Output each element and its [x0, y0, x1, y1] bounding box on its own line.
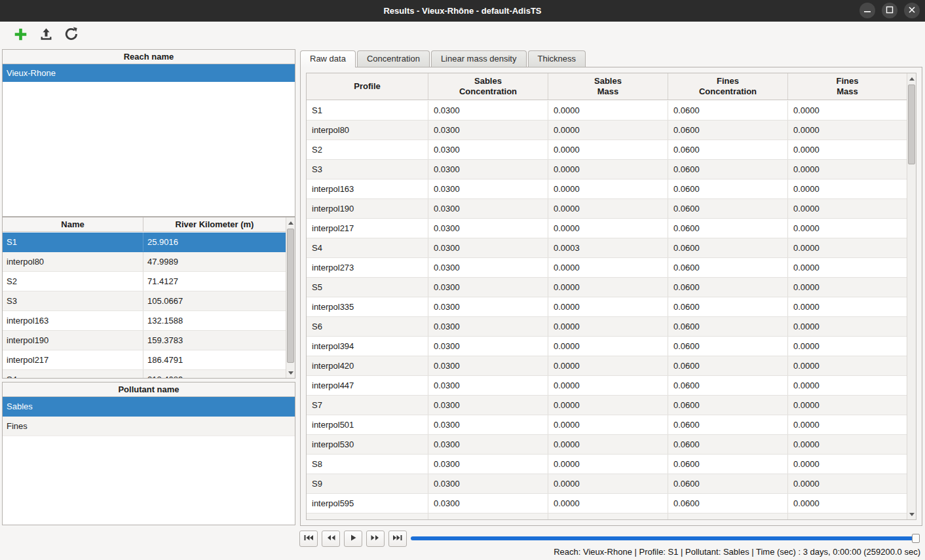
table-row[interactable]: S60.03000.00000.06000.0000: [307, 317, 907, 337]
table-cell[interactable]: 0.0600: [668, 179, 788, 198]
table-cell[interactable]: 0.0300: [428, 494, 548, 513]
table-cell[interactable]: interpol530: [307, 435, 428, 454]
tab-concentration[interactable]: Concentration: [357, 50, 430, 67]
table-cell[interactable]: interpol163: [307, 179, 428, 198]
table-cell[interactable]: S4: [307, 238, 428, 257]
table-cell[interactable]: 0.0300: [428, 415, 548, 434]
table-cell[interactable]: 0.0600: [668, 317, 788, 336]
table-cell[interactable]: 0.0000: [788, 258, 907, 277]
profile-row[interactable]: S3105.0667: [3, 291, 286, 311]
tab-linear-mass-density[interactable]: Linear mass density: [431, 50, 527, 67]
table-cell[interactable]: 0.0000: [788, 219, 907, 238]
table-cell[interactable]: S7: [307, 396, 428, 415]
profile-km-header[interactable]: River Kilometer (m): [143, 217, 286, 231]
profile-name-cell[interactable]: interpol163: [3, 311, 143, 330]
table-row[interactable]: interpol5300.03000.00000.06000.0000: [307, 435, 907, 455]
table-cell[interactable]: 0.0000: [788, 513, 907, 519]
profile-km-cell[interactable]: 213.4089: [143, 370, 286, 378]
table-cell[interactable]: 0.0000: [548, 121, 668, 140]
table-cell[interactable]: 0.0300: [428, 474, 548, 493]
table-cell[interactable]: 0.0600: [668, 396, 788, 415]
table-cell[interactable]: 0.0000: [548, 140, 668, 159]
table-row[interactable]: interpol1630.03000.00000.06000.0000: [307, 179, 907, 199]
table-cell[interactable]: 0.0600: [668, 455, 788, 474]
table-cell[interactable]: 0.0600: [668, 494, 788, 513]
table-cell[interactable]: 0.0600: [668, 513, 788, 519]
table-cell[interactable]: interpol447: [307, 376, 428, 395]
table-cell[interactable]: 0.0000: [788, 435, 907, 454]
profile-km-cell[interactable]: 159.3783: [143, 331, 286, 350]
table-cell[interactable]: 0.0300: [428, 179, 548, 198]
table-cell[interactable]: 0.0300: [428, 101, 548, 120]
table-cell[interactable]: 0.0600: [668, 337, 788, 356]
table-row[interactable]: interpol5950.03000.00000.06000.0000: [307, 494, 907, 513]
profile-name-header[interactable]: Name: [3, 217, 143, 231]
table-cell[interactable]: 0.0600: [668, 376, 788, 395]
table-cell[interactable]: 0.0000: [548, 396, 668, 415]
table-row[interactable]: interpol1900.03000.00000.06000.0000: [307, 199, 907, 219]
table-cell[interactable]: 0.0600: [668, 121, 788, 140]
profile-name-cell[interactable]: S2: [3, 272, 143, 291]
table-cell[interactable]: interpol80: [307, 121, 428, 140]
table-cell[interactable]: 0.0000: [548, 179, 668, 198]
table-row[interactable]: interpol2170.03000.00000.06000.0000: [307, 219, 907, 238]
table-cell[interactable]: 0.0600: [668, 101, 788, 120]
table-row[interactable]: S30.03000.00000.06000.0000: [307, 160, 907, 179]
profile-km-cell[interactable]: 186.4791: [143, 350, 286, 369]
profile-name-cell[interactable]: interpol217: [3, 350, 143, 369]
table-row[interactable]: S70.03000.00000.06000.0000: [307, 396, 907, 415]
column-header-fines-concentration[interactable]: Fines Concentration: [668, 73, 788, 100]
profile-row[interactable]: interpol190159.3783: [3, 331, 286, 350]
table-cell[interactable]: 0.0300: [428, 435, 548, 454]
table-cell[interactable]: 0.0000: [788, 455, 907, 474]
table-cell[interactable]: 0.0000: [548, 435, 668, 454]
profile-km-cell[interactable]: 47.9989: [143, 252, 286, 271]
table-cell[interactable]: 0.0000: [788, 356, 907, 375]
profile-km-cell[interactable]: 71.4127: [143, 272, 286, 291]
table-cell[interactable]: 0.0300: [428, 140, 548, 159]
table-cell[interactable]: 0.0000: [548, 297, 668, 316]
table-cell[interactable]: interpol501: [307, 415, 428, 434]
table-row[interactable]: S40.03000.00030.06000.0000: [307, 238, 907, 258]
table-cell[interactable]: 0.0000: [788, 297, 907, 316]
table-cell[interactable]: 0.0300: [428, 121, 548, 140]
table-cell[interactable]: S1: [307, 101, 428, 120]
table-cell[interactable]: interpol217: [307, 219, 428, 238]
table-cell[interactable]: 0.0000: [548, 258, 668, 277]
profile-name-cell[interactable]: S4: [3, 370, 143, 378]
table-cell[interactable]: 0.0600: [668, 199, 788, 218]
table-cell[interactable]: 0.0300: [428, 376, 548, 395]
table-cell[interactable]: 0.0000: [788, 396, 907, 415]
table-row[interactable]: S100.03000.00000.06000.0000: [307, 513, 907, 519]
export-button[interactable]: [37, 27, 54, 44]
table-row[interactable]: interpol5010.03000.00000.06000.0000: [307, 415, 907, 435]
profile-row[interactable]: interpol8047.9989: [3, 252, 286, 272]
table-cell[interactable]: interpol394: [307, 337, 428, 356]
profile-row[interactable]: interpol217186.4791: [3, 350, 286, 370]
table-cell[interactable]: 0.0600: [668, 356, 788, 375]
table-cell[interactable]: 0.0000: [788, 317, 907, 336]
table-cell[interactable]: 0.0300: [428, 297, 548, 316]
profile-row[interactable]: S271.4127: [3, 272, 286, 291]
table-cell[interactable]: 0.0000: [548, 513, 668, 519]
table-cell[interactable]: 0.0600: [668, 258, 788, 277]
table-cell[interactable]: interpol335: [307, 297, 428, 316]
table-cell[interactable]: 0.0300: [428, 278, 548, 297]
scrollbar-thumb[interactable]: [287, 229, 294, 363]
refresh-icon-button[interactable]: [63, 27, 80, 44]
table-cell[interactable]: 0.0300: [428, 396, 548, 415]
profile-km-cell[interactable]: 105.0667: [143, 291, 286, 310]
scroll-down-icon[interactable]: [907, 510, 916, 519]
table-row[interactable]: interpol4200.03000.00000.06000.0000: [307, 356, 907, 376]
table-cell[interactable]: S3: [307, 160, 428, 179]
table-cell[interactable]: 0.0300: [428, 513, 548, 519]
profile-row[interactable]: S4213.4089: [3, 370, 286, 378]
pollutant-list-item[interactable]: Fines: [3, 417, 295, 436]
table-cell[interactable]: S10: [307, 513, 428, 519]
table-cell[interactable]: interpol190: [307, 199, 428, 218]
table-cell[interactable]: 0.0300: [428, 160, 548, 179]
pollutant-list-item[interactable]: Sables: [3, 397, 295, 417]
column-header-sables-concentration[interactable]: Sables Concentration: [428, 73, 548, 100]
table-cell[interactable]: 0.0600: [668, 415, 788, 434]
scroll-up-icon[interactable]: [907, 74, 916, 83]
